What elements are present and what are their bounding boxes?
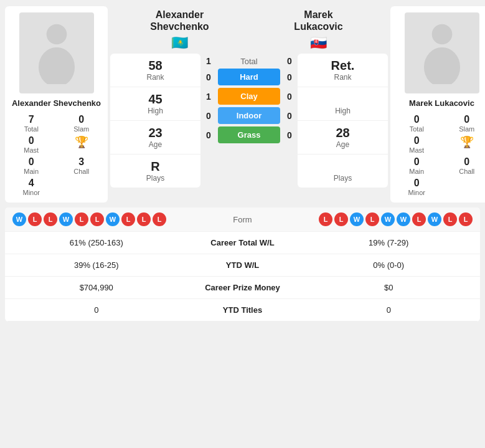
indoor-count-left: 0 [203,111,214,121]
player2-stats-box: Ret. Rank High 28 Age Plays [298,54,388,188]
total-count-left: 1 [203,56,214,66]
player2-avatar [405,12,479,93]
player2-trophy: 🏆 [445,135,486,154]
player1-high-row: 45 High [110,87,200,121]
player2-mast-stat: 0 Mast [394,135,440,154]
player1-chall-value: 3 [78,156,84,168]
player2-main-label: Main [409,168,424,175]
form-badge-l: L [137,212,151,226]
form-badge-l: L [412,212,426,226]
player2-high-value [341,92,345,107]
player1-mast-label: Mast [24,146,39,154]
player1-chall-stat: 3 Chall [59,156,105,175]
ytd-wl-label: YTD W/L [181,260,305,270]
prize-row: $704,990 Career Prize Money $0 [5,277,480,299]
form-badge-w: W [12,212,26,226]
indoor-count-right: 0 [284,111,295,121]
form-badge-w: W [106,212,120,226]
player1-main-stat: 0 Main [9,156,54,175]
form-row: WLLWLLWLLL Form LLWLWWLWLL [5,207,480,232]
player2-chall-label: Chall [459,168,474,175]
grass-button[interactable]: Grass [218,126,280,143]
player1-plays-row: R Plays [110,155,200,188]
player2-plays-row: Plays [298,155,388,188]
player1-name-block: Alexander Shevchenko 🇰🇿 [110,6,249,51]
player2-plays-value [341,160,345,174]
ytd-wl-right: 0% (0-0) [305,260,473,270]
player2-age-label: Age [336,140,349,149]
player1-mast-stat: 0 Mast [9,135,54,154]
indoor-button[interactable]: Indoor [218,107,280,124]
player2-slam-value: 0 [464,114,469,125]
player2-main-stat: 0 Main [394,156,440,175]
hard-button[interactable]: Hard [218,69,280,85]
form-badge-l: L [90,212,104,226]
hard-count-right: 0 [284,72,295,82]
top-section: Alexander Shevchenko 7 Total 0 Slam 0 Ma… [0,0,485,207]
player1-age-label: Age [149,140,162,149]
indoor-surface-row: 0 Indoor 0 [203,107,295,124]
clay-button[interactable]: Clay [218,88,280,105]
form-badge-l: L [334,212,348,226]
player2-slam-stat: 0 Slam [445,114,486,133]
player2-mast-value: 0 [414,135,420,146]
player2-flag: 🇸🇰 [310,35,327,51]
player1-flag: 🇰🇿 [171,35,188,51]
player1-stats-box: 58 Rank 45 High 23 Age R Plays [110,54,200,188]
player2-chall-value: 0 [464,156,469,168]
player2-high-row: High [298,87,388,121]
player1-total-value: 7 [29,114,34,125]
clay-surface-row: 1 Clay 0 [203,88,295,105]
player1-mast-value: 0 [29,135,34,146]
player2-minor-stat: 0 Minor [394,178,440,196]
form-badge-w: W [381,212,395,226]
player1-main-label: Main [24,168,39,175]
clay-count-right: 0 [284,92,295,102]
player2-chall-stat: 0 Chall [445,156,486,175]
player2-rank-label: Rank [334,73,351,82]
player1-trophy: 🏆 [59,135,105,154]
player1-avatar [19,12,94,93]
player1-minor-label: Minor [22,189,40,196]
player1-plays-value: R [151,160,159,174]
player1-total-stat: 7 Total [9,114,54,133]
form-badge-l: L [365,212,379,226]
player2-total-value: 0 [414,114,420,125]
player1-total-label: Total [24,125,39,133]
ytd-wl-row: 39% (16-25) YTD W/L 0% (0-0) [5,254,480,277]
center-area: Alexander Shevchenko 🇰🇿 Marek Lukacovic … [110,6,388,203]
player1-minor-value: 4 [29,178,34,189]
player2-header-name: Marek Lukacovic [294,9,342,32]
player1-chall-label: Chall [73,168,89,175]
career-wl-row: 61% (250-163) Career Total W/L 19% (7-29… [5,232,480,254]
player1-age-value: 23 [148,126,162,140]
player1-age-row: 23 Age [110,121,200,155]
grass-surface-row: 0 Grass 0 [203,126,295,143]
player2-name-block: Marek Lukacovic 🇸🇰 [249,6,388,51]
grass-count-right: 0 [284,130,295,140]
player2-minor-label: Minor [408,189,425,196]
player1-rank-row: 58 Rank [110,54,200,87]
player1-slam-value: 0 [78,114,84,125]
names-row: Alexander Shevchenko 🇰🇿 Marek Lukacovic … [110,6,388,51]
player2-form: LLWLWWLWLL [280,212,473,226]
player1-slam-label: Slam [73,125,89,133]
grass-count-left: 0 [203,130,214,140]
player2-card: Marek Lukacovic 0 Total 0 Slam 0 Mast 🏆 [390,6,485,203]
player2-rank-value: Ret. [331,59,355,73]
svg-point-2 [431,24,452,45]
form-badge-w: W [350,212,364,226]
total-count-right: 0 [284,56,295,66]
total-label: Total [218,57,280,66]
form-badge-l: L [443,212,457,226]
prize-left: $704,990 [12,283,181,292]
player1-rank-value: 58 [148,59,162,73]
career-wl-label: Career Total W/L [181,238,305,247]
form-badge-l: L [121,212,135,226]
player2-name: Marek Lukacovic [409,98,474,108]
hard-count-left: 0 [203,72,214,82]
form-label: Form [205,215,280,224]
form-badge-l: L [459,212,473,226]
player2-age-value: 28 [336,126,349,140]
player1-high-value: 45 [148,92,162,107]
